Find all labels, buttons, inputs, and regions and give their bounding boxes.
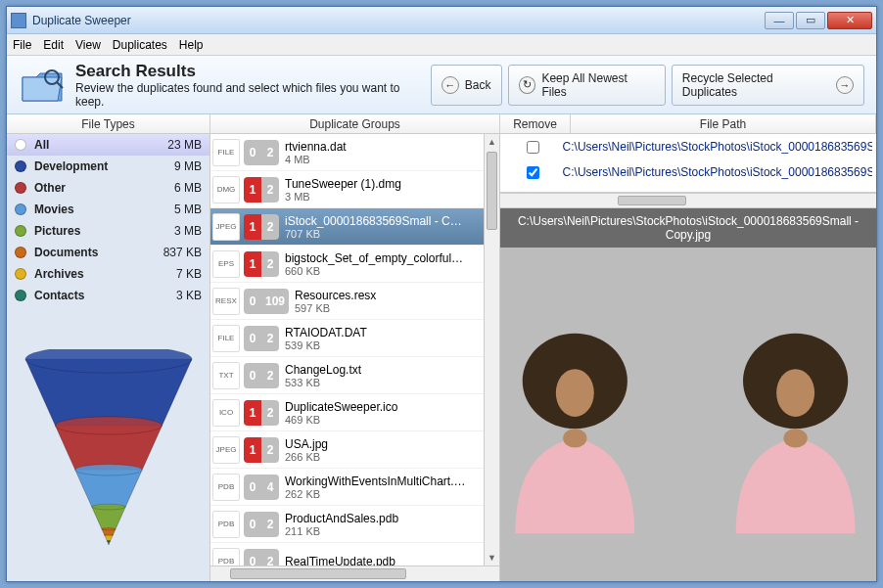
file-type-row[interactable]: Other 6 MB: [7, 177, 209, 199]
file-type-icon: ICO: [212, 399, 240, 427]
group-filesize: 4 MB: [285, 154, 347, 165]
file-type-label: Other: [34, 181, 174, 195]
group-filesize: 533 KB: [285, 377, 361, 388]
vertical-scrollbar[interactable]: ▲ ▼: [484, 134, 499, 565]
count-badge: 0 2: [244, 363, 279, 388]
file-types-pane: All 23 MB Development 9 MB Other 6 MB Mo…: [7, 134, 210, 581]
file-type-row[interactable]: Pictures 3 MB: [7, 220, 209, 242]
file-type-label: Documents: [34, 246, 163, 259]
group-filename: rtvienna.dat: [285, 140, 347, 154]
duplicate-group-row[interactable]: PDB 0 4 WorkingWithEventsInMultiChart.pd…: [210, 469, 499, 506]
file-type-icon: PDB: [212, 548, 240, 566]
menubar: File Edit View Duplicates Help: [7, 34, 876, 56]
color-dot-icon: [15, 139, 26, 151]
close-button[interactable]: ✕: [827, 12, 872, 29]
svg-point-5: [91, 504, 124, 510]
minimize-button[interactable]: —: [765, 12, 794, 29]
recycle-button[interactable]: Recycle Selected Duplicates →: [672, 65, 864, 106]
scroll-thumb[interactable]: [230, 568, 406, 579]
duplicate-group-row[interactable]: EPS 1 2 bigstock_Set_of_empty_colorful_t…: [210, 246, 499, 283]
column-duplicate-groups[interactable]: Duplicate Groups: [210, 114, 500, 133]
color-dot-icon: [15, 204, 26, 215]
funnel-segment: [91, 507, 124, 529]
column-file-types[interactable]: File Types: [7, 114, 210, 133]
column-file-path[interactable]: File Path: [571, 114, 876, 133]
duplicate-group-row[interactable]: ICO 1 2 DuplicateSweeper.ico 469 KB: [210, 394, 499, 431]
duplicate-group-row[interactable]: PDB 0 2 RealTimeUpdate.pdb: [210, 543, 499, 565]
scroll-thumb[interactable]: [618, 196, 686, 205]
file-type-label: Movies: [34, 203, 174, 216]
file-type-icon: TXT: [212, 362, 240, 389]
menu-help[interactable]: Help: [179, 38, 204, 52]
scroll-up-icon[interactable]: ▲: [485, 134, 499, 150]
titlebar[interactable]: Duplicate Sweeper — ▭ ✕: [7, 7, 876, 34]
color-dot-icon: [15, 182, 26, 194]
scroll-down-icon[interactable]: ▼: [485, 550, 499, 565]
horizontal-scrollbar[interactable]: [500, 193, 876, 208]
file-type-row[interactable]: Documents 837 KB: [7, 242, 209, 263]
duplicate-group-row[interactable]: JPEG 1 2 iStock_000018683569Small - Copy…: [210, 208, 499, 246]
menu-view[interactable]: View: [75, 38, 101, 52]
file-type-label: Development: [34, 159, 174, 173]
count-badge: 0 2: [244, 512, 279, 537]
menu-duplicates[interactable]: Duplicates: [113, 38, 167, 52]
remove-checkbox[interactable]: [527, 141, 539, 154]
count-badge: 0 4: [244, 475, 279, 500]
preview-caption: C:\Users\Neil\Pictures\StockPhotos\iStoc…: [500, 208, 876, 248]
group-filename: iStock_000018683569Small - Copy.jpg: [285, 214, 467, 228]
duplicate-group-row[interactable]: FILE 0 2 rtvienna.dat 4 MB: [210, 134, 499, 171]
duplicate-group-row[interactable]: FILE 0 2 RTAIODAT.DAT 539 KB: [210, 320, 499, 357]
group-filesize: 660 KB: [285, 265, 467, 277]
maximize-button[interactable]: ▭: [796, 12, 825, 29]
folder-search-icon: [19, 64, 66, 107]
file-type-icon: JPEG: [212, 436, 240, 464]
count-badge: 1 2: [244, 214, 279, 240]
file-type-row[interactable]: Development 9 MB: [7, 156, 209, 177]
columns-header: File Types Duplicate Groups Remove File …: [7, 114, 876, 134]
window-title: Duplicate Sweeper: [32, 14, 763, 27]
file-type-row[interactable]: Movies 5 MB: [7, 199, 209, 220]
group-filesize: 211 KB: [285, 525, 398, 537]
keep-newest-button[interactable]: ↻ Keep All Newest Files: [508, 65, 666, 106]
group-filename: RTAIODAT.DAT: [285, 326, 367, 339]
file-types-list: All 23 MB Development 9 MB Other 6 MB Mo…: [7, 134, 209, 306]
duplicate-group-row[interactable]: PDB 0 2 ProductAndSales.pdb 211 KB: [210, 506, 499, 543]
svg-point-2: [25, 349, 192, 373]
group-filename: Resources.resx: [295, 289, 376, 302]
color-dot-icon: [15, 247, 26, 258]
duplicate-group-row[interactable]: RESX 0 109 Resources.resx 597 KB: [210, 283, 499, 320]
menu-edit[interactable]: Edit: [43, 38, 64, 52]
recycle-label: Recycle Selected Duplicates: [682, 71, 830, 99]
group-filename: RealTimeUpdate.pdb: [285, 555, 395, 566]
menu-file[interactable]: File: [13, 38, 31, 52]
file-type-row[interactable]: All 23 MB: [7, 134, 209, 156]
file-type-row[interactable]: Archives 7 KB: [7, 263, 209, 285]
file-type-size: 837 KB: [163, 246, 202, 259]
group-filesize: 597 KB: [295, 302, 376, 314]
count-badge: 0 2: [244, 549, 279, 566]
back-button[interactable]: ← Back: [431, 65, 502, 106]
refresh-icon: ↻: [519, 76, 536, 94]
duplicate-group-row[interactable]: JPEG 1 2 USA.jpg 266 KB: [210, 431, 499, 469]
file-type-size: 3 MB: [174, 224, 202, 238]
svg-point-7: [104, 534, 113, 535]
file-path-row[interactable]: C:\Users\Neil\Pictures\StockPhotos\iStoc…: [500, 159, 876, 185]
duplicate-group-row[interactable]: DMG 1 2 TuneSweeper (1).dmg 3 MB: [210, 171, 499, 208]
remove-checkbox[interactable]: [527, 166, 539, 179]
scroll-thumb[interactable]: [487, 152, 497, 230]
count-badge: 1 2: [244, 437, 279, 463]
file-path-row[interactable]: C:\Users\Neil\Pictures\StockPhotos\iStoc…: [500, 134, 876, 159]
group-filesize: 262 KB: [285, 488, 467, 500]
file-type-label: All: [34, 138, 167, 152]
file-type-icon: FILE: [212, 139, 240, 166]
file-type-row[interactable]: Contacts 3 KB: [7, 285, 209, 306]
group-filename: ChangeLog.txt: [285, 363, 361, 377]
app-window: Duplicate Sweeper — ▭ ✕ File Edit View D…: [6, 6, 877, 582]
count-badge: 1 2: [244, 251, 279, 277]
column-remove[interactable]: Remove: [500, 114, 571, 133]
duplicate-group-row[interactable]: TXT 0 2 ChangeLog.txt 533 KB: [210, 357, 499, 394]
svg-point-12: [563, 429, 586, 447]
color-dot-icon: [15, 268, 26, 280]
back-button-label: Back: [465, 78, 491, 92]
horizontal-scrollbar[interactable]: [210, 565, 499, 581]
